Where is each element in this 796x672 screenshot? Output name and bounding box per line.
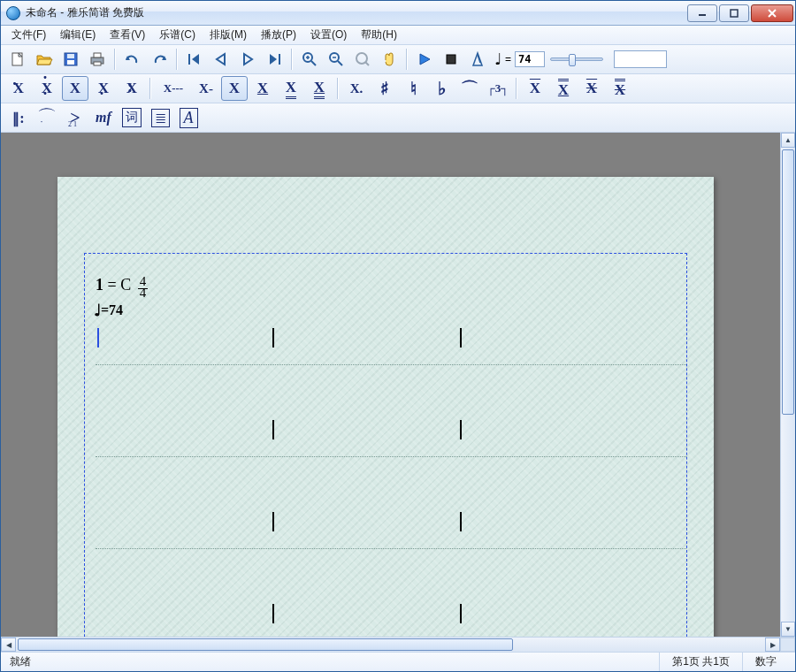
canvas-area[interactable]: 1 = C 44 ♩=74 <box>1 133 780 637</box>
note-x-overline-1[interactable]: X <box>522 76 548 101</box>
scroll-up-button[interactable]: ▲ <box>781 133 795 148</box>
barline <box>272 328 274 347</box>
print-button[interactable] <box>85 47 110 72</box>
svg-marker-20 <box>270 54 277 65</box>
slider-thumb-icon <box>569 54 576 66</box>
prev-button[interactable] <box>209 47 233 72</box>
metronome-button[interactable] <box>465 47 490 72</box>
note-x-dot-above[interactable]: X· <box>5 76 32 101</box>
search-input[interactable] <box>614 50 667 68</box>
zoom-in-icon <box>302 51 318 67</box>
menu-view[interactable]: 查看(V) <box>103 26 152 44</box>
key-signature[interactable]: 1 = C 44 <box>96 275 148 298</box>
svg-line-23 <box>311 61 316 65</box>
stop-icon <box>445 53 457 65</box>
sharp-button[interactable]: ♯ <box>371 76 398 101</box>
save-button[interactable] <box>58 47 83 72</box>
svg-marker-17 <box>192 54 199 65</box>
tempo-input[interactable] <box>515 51 545 67</box>
goto-end-button[interactable] <box>262 47 287 72</box>
lyrics-button[interactable]: 词 <box>119 105 145 130</box>
duration-thirtysecond[interactable]: X <box>306 76 333 101</box>
zoom-fit-button[interactable] <box>350 47 375 72</box>
maximize-button[interactable] <box>719 4 749 22</box>
svg-rect-16 <box>188 54 190 65</box>
minimize-icon <box>698 9 707 18</box>
note-x-double-dot-below[interactable]: X·· <box>119 76 145 101</box>
flat-button[interactable]: ♭ <box>428 76 455 101</box>
key-name: = C <box>103 276 131 294</box>
scroll-left-button[interactable]: ◀ <box>1 638 16 652</box>
pan-button[interactable] <box>377 47 402 72</box>
redo-button[interactable] <box>147 47 172 72</box>
staff-row[interactable] <box>96 339 686 365</box>
redo-icon <box>150 52 168 66</box>
open-button[interactable] <box>32 47 57 72</box>
play-button[interactable] <box>412 47 437 72</box>
zoom-in-button[interactable] <box>297 47 322 72</box>
barline <box>272 420 274 439</box>
duration-half[interactable]: X- <box>193 76 219 101</box>
duration-quarter[interactable]: X <box>221 76 248 101</box>
vertical-scrollbar[interactable]: ▲ ▼ <box>780 133 795 637</box>
accent-button[interactable]: >2 1 <box>62 105 88 130</box>
menu-help[interactable]: 帮助(H) <box>354 26 404 44</box>
dynamics-mf-button[interactable]: mf <box>90 105 117 130</box>
repeat-sign-button[interactable]: ‖: <box>5 105 32 130</box>
staff-row[interactable] <box>96 615 686 637</box>
close-button[interactable] <box>751 4 793 22</box>
scroll-down-button[interactable]: ▼ <box>781 622 795 637</box>
scroll-track[interactable] <box>781 148 795 622</box>
menu-play[interactable]: 播放(P) <box>254 26 303 44</box>
note-x-dot-below[interactable]: X· <box>90 76 117 101</box>
menu-score[interactable]: 乐谱(C) <box>152 26 203 44</box>
scroll-thumb[interactable] <box>782 149 794 415</box>
menu-settings[interactable]: 设置(O) <box>303 26 354 44</box>
tempo-slider[interactable] <box>550 57 603 61</box>
undo-button[interactable] <box>120 47 145 72</box>
staff-row[interactable] <box>96 523 686 549</box>
scroll-track[interactable] <box>16 638 765 652</box>
scroll-thumb[interactable] <box>18 638 513 651</box>
duration-whole[interactable]: X--- <box>156 76 191 101</box>
natural-button[interactable]: ♮ <box>400 76 426 101</box>
tie-button[interactable]: ⌒ <box>456 76 483 101</box>
note-x-mixed-2[interactable]: X <box>607 76 633 101</box>
window-controls <box>687 4 793 22</box>
svg-rect-21 <box>279 54 280 65</box>
new-button[interactable] <box>5 47 30 72</box>
note-x-dots-above-below[interactable]: ·X· <box>34 76 60 101</box>
zoom-out-button[interactable] <box>324 47 348 72</box>
menu-file[interactable]: 文件(F) <box>4 26 53 44</box>
triplet-button[interactable]: ┌3┐ <box>485 76 511 101</box>
time-signature: 44 <box>138 275 149 298</box>
minimize-button[interactable] <box>687 4 717 22</box>
new-file-icon <box>10 51 26 67</box>
next-button[interactable] <box>235 47 260 72</box>
score-page[interactable]: 1 = C 44 ♩=74 <box>57 177 714 637</box>
font-button[interactable]: A <box>175 105 202 130</box>
goto-start-icon <box>187 52 203 66</box>
zoom-out-icon <box>328 51 344 67</box>
goto-start-button[interactable] <box>182 47 207 72</box>
note-x-mixed-1[interactable]: X <box>578 76 605 101</box>
note-x-plain[interactable]: X <box>62 76 88 101</box>
dotted-note[interactable]: X. <box>343 76 370 101</box>
duration-eighth[interactable]: X <box>249 76 276 101</box>
textblock-button[interactable]: ≣ <box>147 105 173 130</box>
toolbar-extras: ‖: ⌒· >2 1 mf 词 ≣ A <box>1 103 795 133</box>
tempo-marking[interactable]: ♩=74 <box>94 300 123 319</box>
menu-layout[interactable]: 排版(M) <box>203 26 254 44</box>
scroll-right-button[interactable]: ▶ <box>765 638 780 652</box>
stop-button[interactable] <box>439 47 463 72</box>
menu-edit[interactable]: 编辑(E) <box>53 26 103 44</box>
duration-sixteenth[interactable]: X <box>278 76 304 101</box>
staff-row[interactable] <box>96 431 686 457</box>
menubar: 文件(F) 编辑(E) 查看(V) 乐谱(C) 排版(M) 播放(P) 设置(O… <box>1 26 795 45</box>
note-x-overline-2[interactable]: X <box>550 76 577 101</box>
key-tonic: 1 <box>96 276 103 294</box>
statusbar: 就绪 第1页 共1页 数字 <box>1 652 795 671</box>
window-title: 未命名 - 雅乐简谱 免费版 <box>26 5 144 20</box>
horizontal-scrollbar[interactable]: ◀ ▶ <box>1 637 795 652</box>
slur-button[interactable]: ⌒· <box>34 105 60 130</box>
